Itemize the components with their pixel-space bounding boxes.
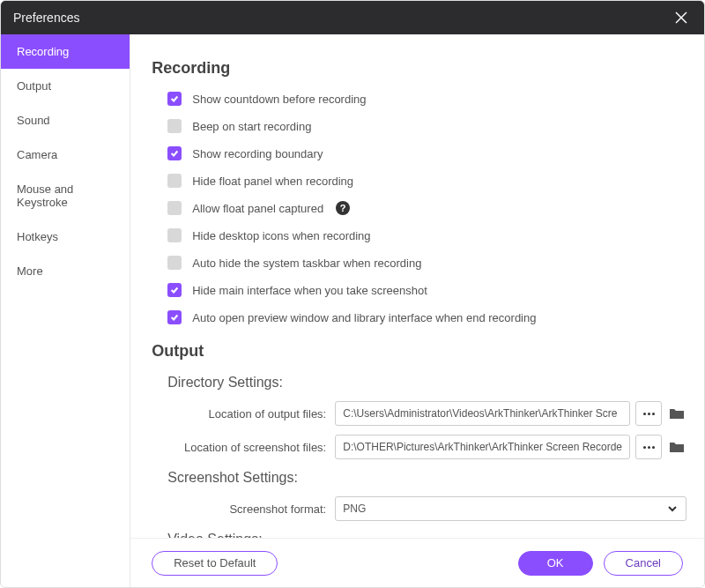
- checkbox-unchecked-icon: [167, 256, 182, 270]
- checkbox-unchecked-icon: [167, 201, 182, 215]
- option-label: Hide main interface when you take screen…: [192, 284, 427, 297]
- folder-icon: [669, 406, 685, 421]
- content-scrollarea[interactable]: Recording Show countdown before recordin…: [130, 34, 704, 538]
- option-hide-desktop-icons[interactable]: Hide desktop icons when recording: [167, 228, 686, 242]
- field-label: Location of output files:: [167, 407, 335, 421]
- option-label: Hide float panel when recording: [192, 175, 353, 188]
- titlebar: Preferences: [1, 1, 704, 34]
- sidebar-item-sound[interactable]: Sound: [1, 103, 130, 138]
- sidebar-item-output[interactable]: Output: [1, 69, 130, 103]
- reset-button[interactable]: Reset to Default: [152, 551, 278, 576]
- field-screenshot-location: Location of screenshot files: D:\OTHER\P…: [152, 435, 686, 459]
- option-label: Hide desktop icons when recording: [192, 229, 370, 242]
- body-area: Recording Output Sound Camera Mouse and …: [1, 34, 704, 587]
- option-auto-open-preview[interactable]: Auto open preview window and library int…: [167, 310, 686, 324]
- cancel-button[interactable]: Cancel: [604, 551, 683, 576]
- ellipsis-icon: [643, 413, 655, 415]
- checkbox-checked-icon: [167, 146, 182, 160]
- field-label: Location of screenshot files:: [167, 441, 335, 454]
- section-title-output: Output: [152, 342, 686, 361]
- preferences-window: Preferences Recording Output Sound Camer…: [0, 0, 705, 588]
- recording-options: Show countdown before recording Beep on …: [152, 92, 686, 324]
- output-path-input[interactable]: C:\Users\Administrator\Videos\ArkThinker…: [335, 401, 630, 426]
- subsection-video: Video Settings:: [167, 532, 686, 538]
- option-show-countdown[interactable]: Show countdown before recording: [167, 92, 686, 106]
- option-label: Beep on start recording: [192, 120, 311, 133]
- field-screenshot-format: Screenshot format: PNG: [152, 496, 686, 521]
- option-allow-float-captured[interactable]: Allow float panel captured ?: [167, 201, 686, 215]
- chevron-down-icon: [666, 502, 679, 515]
- close-button[interactable]: [671, 7, 692, 28]
- field-label: Screenshot format:: [167, 502, 335, 516]
- ellipsis-icon: [643, 446, 655, 449]
- subsection-screenshot: Screenshot Settings:: [167, 470, 686, 486]
- option-label: Auto hide the system taskbar when record…: [192, 257, 421, 270]
- checkbox-checked-icon: [167, 283, 182, 297]
- sidebar-item-hotkeys[interactable]: Hotkeys: [1, 220, 130, 254]
- help-icon[interactable]: ?: [336, 201, 350, 215]
- content-wrap: Recording Show countdown before recordin…: [130, 34, 704, 587]
- subsection-directory: Directory Settings:: [167, 375, 686, 391]
- screenshot-path-input[interactable]: D:\OTHER\Pictures\ArkThinker\ArkThinker …: [335, 435, 630, 459]
- sidebar-item-recording[interactable]: Recording: [1, 34, 130, 69]
- checkbox-unchecked-icon: [167, 119, 182, 133]
- checkbox-unchecked-icon: [167, 228, 182, 242]
- open-folder-button[interactable]: [667, 437, 686, 457]
- footer-right: OK Cancel: [518, 551, 683, 576]
- footer: Reset to Default OK Cancel: [130, 538, 704, 587]
- sidebar-item-more[interactable]: More: [1, 254, 130, 288]
- screenshot-format-select[interactable]: PNG: [335, 496, 686, 521]
- option-label: Show recording boundary: [192, 147, 323, 160]
- select-value: PNG: [343, 502, 366, 515]
- option-auto-hide-taskbar[interactable]: Auto hide the system taskbar when record…: [167, 256, 686, 270]
- option-beep-start[interactable]: Beep on start recording: [167, 119, 686, 133]
- browse-button[interactable]: [635, 435, 662, 459]
- sidebar-item-mouse-keystroke[interactable]: Mouse and Keystroke: [1, 172, 130, 220]
- sidebar-item-camera[interactable]: Camera: [1, 138, 130, 172]
- open-folder-button[interactable]: [667, 404, 686, 423]
- checkbox-unchecked-icon: [167, 174, 182, 188]
- option-label: Allow float panel captured: [192, 202, 323, 215]
- checkbox-checked-icon: [167, 310, 182, 324]
- browse-button[interactable]: [635, 401, 662, 426]
- option-hide-main-interface[interactable]: Hide main interface when you take screen…: [167, 283, 686, 297]
- option-label: Auto open preview window and library int…: [192, 311, 536, 324]
- close-icon: [675, 11, 687, 24]
- option-show-boundary[interactable]: Show recording boundary: [167, 146, 686, 160]
- window-title: Preferences: [13, 11, 79, 25]
- folder-icon: [669, 440, 685, 454]
- option-hide-float-panel[interactable]: Hide float panel when recording: [167, 174, 686, 188]
- field-output-location: Location of output files: C:\Users\Admin…: [152, 401, 686, 426]
- option-label: Show countdown before recording: [192, 93, 366, 106]
- sidebar: Recording Output Sound Camera Mouse and …: [1, 34, 130, 587]
- checkbox-checked-icon: [167, 92, 182, 106]
- section-title-recording: Recording: [152, 59, 686, 78]
- ok-button[interactable]: OK: [518, 551, 593, 576]
